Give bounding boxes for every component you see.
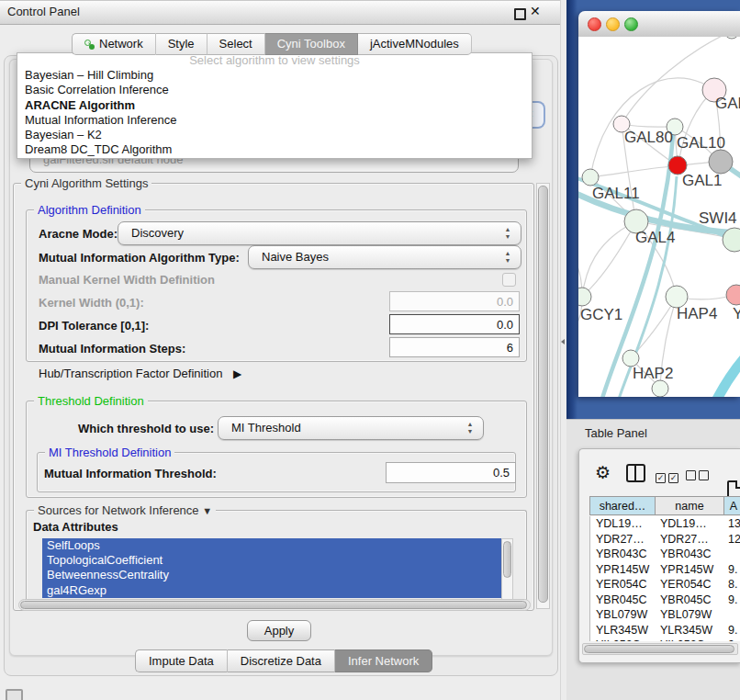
manual-kernel-width-checkbox[interactable] [502,273,516,287]
control-panel-titlebar: Control Panel ✕ [0,0,560,25]
close-traffic-light-icon[interactable] [588,17,601,31]
which-threshold-label: Which threshold to use: [78,422,214,435]
hub-definition-expander[interactable]: Hub/Transcription Factor Definition ▶ [39,367,241,380]
gear-icon[interactable]: ⚙ [595,464,611,481]
tab-discretize-data[interactable]: Discretize Data [228,649,335,672]
tab-label: Network [99,34,143,54]
mi-algorithm-type-combobox[interactable]: Naive Bayes ▲▼ [248,245,521,269]
table-cell: YBR045C [655,593,723,608]
table-column-header[interactable]: A [724,496,740,515]
table-cell [723,607,740,623]
table-row[interactable]: YPR145WYPR145W9. [590,562,740,578]
table-cell: YBR043C [655,547,723,562]
tab-label: Select [219,34,252,54]
expander-down-arrow-icon[interactable]: ▼ [202,505,212,516]
table-cell: YIL052C [590,638,655,641]
kernel-width-field[interactable]: 0.0 [389,291,520,311]
network-node-label: Y [733,305,740,322]
table-row[interactable]: YBL079WYBL079W [590,607,740,623]
close-icon[interactable]: ✕ [530,4,541,18]
attribute-item[interactable]: gal4RGexp [42,583,501,598]
table-column-header[interactable]: name [656,496,724,515]
column-layout-icon[interactable] [626,464,645,482]
table-row[interactable]: YDR27…YDR27…12 [590,532,740,548]
table-row[interactable]: YER054CYER054C8. [590,577,740,593]
mi-threshold-field[interactable]: 0.5 [386,462,516,483]
table-row[interactable]: YDL19…YDL19…13 [590,516,740,532]
attributes-scrollbar-thumb[interactable] [503,541,511,578]
select-all-checkboxes-icon[interactable]: ✓✓ [656,468,678,484]
hub-definition-label: Hub/Transcription Factor Definition [39,367,222,380]
tab-label: Style [168,34,195,54]
desktop-shadow-edge [566,0,577,419]
table-cell: 9. [723,623,740,638]
dropdown-item[interactable]: Basic Correlation Inference [17,83,532,97]
minimized-panel-icon[interactable] [6,689,23,700]
table-horizontal-scrollbar[interactable] [582,643,738,655]
dropdown-item[interactable]: Dream8 DC_TDC Algorithm [17,142,532,157]
zoom-traffic-light-icon[interactable] [624,17,638,31]
table-row[interactable]: YLR345WYLR345W9. [590,623,740,638]
dpi-tolerance-label: DPI Tolerance [0,1]: [39,319,149,333]
network-node-label: GAL1 [682,172,722,189]
tab-network[interactable]: Network [72,33,156,55]
settings-vertical-scrollbar[interactable] [536,183,550,609]
mi-steps-field[interactable]: 6 [389,337,520,357]
attribute-item[interactable]: SelfLoops [42,538,501,553]
table-cell [723,547,740,562]
attributes-vertical-scrollbar[interactable] [501,538,513,600]
dpi-tolerance-field[interactable]: 0.0 [389,314,520,334]
settings-horizontal-scrollbar[interactable] [18,599,531,611]
float-window-icon[interactable] [514,8,526,20]
network-edge[interactable] [582,225,629,297]
data-attributes-list[interactable]: SelfLoopsTopologicalCoefficientBetweenne… [42,538,501,598]
aracne-mode-label: Aracne Mode: [39,227,118,241]
network-node-label: HAP4 [677,305,717,322]
network-node[interactable] [709,150,733,174]
apply-button[interactable]: Apply [247,620,311,641]
dropdown-item[interactable]: Mutual Information Inference [17,113,532,128]
table-row[interactable]: YIL052CYIL052C9. [590,638,740,641]
splitter-collapse-icon[interactable] [561,339,565,344]
network-edge[interactable] [712,349,740,397]
table-column-header[interactable]: shared… [589,496,656,515]
tab-jactivemnodules[interactable]: jActiveMNodules [358,33,472,55]
attribute-item[interactable]: BetweennessCentrality [42,568,501,582]
table-cell: YDR27… [590,532,655,548]
attribute-item[interactable]: TopologicalCoefficient [42,553,501,568]
network-edge[interactable] [586,221,636,293]
dropdown-item[interactable]: Bayesian – K2 [17,128,532,142]
tab-label: jActiveMNodules [370,34,459,54]
dropdown-item[interactable]: ARACNE Algorithm [17,98,532,113]
table-panel-title: Table Panel [585,426,647,440]
tab-impute-data[interactable]: Impute Data [135,649,228,672]
network-node-label: SWI4 [699,209,737,227]
table-hscrollbar-thumb[interactable] [584,645,734,653]
table-body[interactable]: YDL19…YDL19…13YDR27…YDR27…12YBR043CYBR04… [589,516,740,641]
tab-cyni-toolbox[interactable]: Cyni Toolbox [265,33,358,55]
minimize-traffic-light-icon[interactable] [606,17,620,31]
network-node[interactable] [724,37,739,39]
network-node[interactable] [652,380,668,397]
which-threshold-combobox[interactable]: MI Threshold ▲▼ [218,416,484,440]
table-row[interactable]: YBR043CYBR043C [590,547,740,562]
dropdown-item[interactable]: Bayesian – Hill Climbing [17,68,532,83]
table-cell: 12 [723,532,740,548]
network-node[interactable] [726,285,740,305]
tab-infer-network[interactable]: Infer Network [335,649,432,672]
settings-scrollbar-thumb[interactable] [538,186,548,603]
tab-select[interactable]: Select [207,33,265,55]
deselect-all-checkboxes-icon[interactable] [686,468,709,484]
network-edge[interactable] [590,166,672,177]
kernel-width-label: Kernel Width (0,1): [39,296,144,310]
network-node-label: GAL [715,95,740,112]
settings-hscrollbar-thumb[interactable] [20,601,527,609]
table-cell: 9. [723,593,740,608]
network-node[interactable] [582,169,599,186]
aracne-mode-combobox[interactable]: Discovery ▲▼ [118,221,521,245]
tab-style[interactable]: Style [156,33,207,55]
network-edge[interactable] [590,78,714,177]
tab-label: Cyni Toolbox [277,34,345,54]
table-row[interactable]: YBR045CYBR045C9. [590,593,740,608]
network-canvas[interactable]: GALGAL80GAL10GAL1GAL11GAL4SWI4GCY1HAP4YH… [578,37,740,397]
